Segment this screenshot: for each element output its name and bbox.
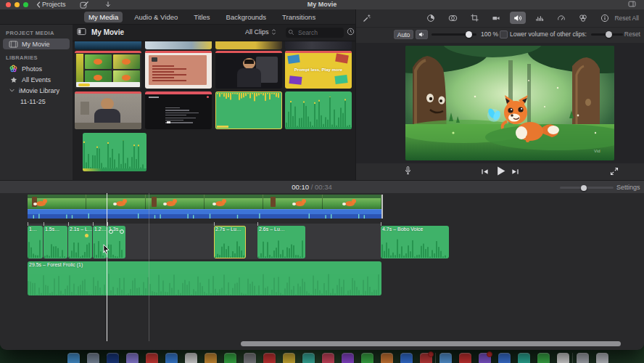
clip-end-handle[interactable]	[381, 195, 383, 219]
volume-icon[interactable]	[510, 12, 526, 24]
timeline-zoom-thumb[interactable]	[581, 185, 587, 191]
info-icon[interactable]	[597, 12, 613, 24]
enhance-wand-icon[interactable]	[359, 12, 375, 24]
volume-slider[interactable]	[432, 33, 476, 36]
lower-volume-checkbox[interactable]	[500, 30, 508, 38]
search-field[interactable]	[286, 28, 344, 38]
color-wheel-icon[interactable]	[423, 12, 439, 24]
sidebar-item-event-date[interactable]: 11-11-25	[3, 96, 70, 107]
media-thumb-partial[interactable]	[145, 41, 212, 49]
video-clip-filmstrip[interactable]	[28, 195, 381, 209]
sidebar-item-imovie-library[interactable]: iMovie Library	[3, 85, 70, 96]
audio-clip[interactable]: 1…	[28, 226, 43, 258]
audio-clip[interactable]: 2.6s – Lu…	[257, 226, 305, 258]
tab-titles[interactable]: Titles	[189, 12, 214, 23]
media-thumb-slide-yellow[interactable]: Prompt less, Play more	[285, 51, 352, 89]
dock-app-icon[interactable]	[263, 353, 276, 363]
timeline-settings-button[interactable]: Settings	[616, 184, 640, 191]
dock-app-icon[interactable]	[518, 353, 530, 363]
dock-app-icon[interactable]	[185, 353, 197, 363]
audio-clip[interactable]: 2.1s – L…	[68, 226, 92, 258]
media-thumb-audio-wave[interactable]	[285, 91, 352, 129]
search-input[interactable]	[297, 28, 344, 38]
video-preview[interactable]	[405, 46, 614, 160]
fullscreen-icon[interactable]	[610, 167, 619, 176]
fade-handle[interactable]	[109, 229, 113, 234]
timeline-zoom-slider[interactable]	[560, 187, 614, 189]
dock-app-icon[interactable]	[87, 353, 99, 363]
stabilization-icon[interactable]	[488, 12, 504, 24]
media-thumb-audio-selected[interactable]	[215, 91, 282, 129]
dock-app-icon[interactable]	[302, 353, 315, 363]
audio-clip[interactable]: 2.7s – Lu…	[214, 226, 246, 258]
lower-volume-slider[interactable]	[591, 33, 623, 36]
media-thumb-video-man-dark[interactable]	[215, 51, 282, 89]
media-thumb-doc-salmon[interactable]	[145, 51, 212, 89]
dock-app-icon[interactable]	[381, 353, 393, 363]
dock-app-icon[interactable]	[322, 353, 334, 363]
recent-imports-icon[interactable]	[347, 28, 355, 36]
tab-my-media[interactable]: My Media	[84, 12, 123, 23]
playhead[interactable]	[107, 193, 107, 341]
background-music-clip[interactable]: 29.5s – Forest Frolic (1)	[28, 261, 381, 295]
dock-app-icon[interactable]	[165, 353, 178, 363]
tab-transitions[interactable]: Transitions	[278, 12, 320, 23]
previous-frame-button[interactable]	[481, 168, 489, 176]
dock-app-icon[interactable]	[439, 353, 452, 363]
tab-backgrounds[interactable]: Backgrounds	[222, 12, 271, 23]
media-thumb-partial[interactable]	[285, 41, 352, 49]
dock-app-icon[interactable]	[596, 353, 608, 363]
dock-app-icon[interactable]	[361, 353, 373, 363]
dock-app-icon[interactable]	[205, 353, 217, 363]
crop-icon[interactable]	[466, 12, 482, 24]
speed-icon[interactable]	[553, 12, 569, 24]
effects-icon[interactable]	[575, 12, 591, 24]
dock-app-icon[interactable]	[400, 353, 413, 363]
auto-volume-button[interactable]: Auto	[394, 30, 413, 39]
audio-clip[interactable]: 4.7s – Bobo Voice	[381, 226, 449, 258]
sidebar-toggle-icon[interactable]	[77, 28, 86, 36]
media-thumb-video-man-desk[interactable]	[75, 91, 141, 129]
media-thumb-audio-wave-wide[interactable]	[83, 133, 146, 171]
sidebar-item-photos[interactable]: Photos	[3, 63, 70, 74]
media-thumb-terminal-dark[interactable]	[145, 91, 212, 129]
dock-app-icon[interactable]	[283, 353, 295, 363]
dock-app-icon[interactable]	[459, 353, 471, 363]
next-frame-button[interactable]	[511, 168, 519, 176]
dock-app-icon[interactable]	[420, 353, 432, 363]
titlebar-panel-icon[interactable]	[628, 1, 636, 7]
dock-app-icon[interactable]	[342, 353, 354, 363]
media-thumb-fox-collage[interactable]	[75, 51, 141, 89]
media-thumb-partial[interactable]	[215, 41, 282, 49]
play-button[interactable]	[495, 166, 506, 176]
dock-app-icon[interactable]	[557, 353, 569, 363]
sidebar-item-all-events[interactable]: All Events	[3, 74, 70, 85]
color-balance-icon[interactable]	[445, 12, 461, 24]
dock-app-icon[interactable]	[126, 353, 139, 363]
record-voiceover-mic-icon[interactable]	[404, 166, 412, 176]
reset-button[interactable]: Reset	[624, 30, 640, 38]
mute-speaker-button[interactable]	[416, 30, 428, 39]
sidebar-item-my-movie[interactable]: My Movie	[3, 38, 70, 49]
video-clip-audio-track[interactable]	[28, 209, 381, 219]
audio-clip[interactable]: 1.5s…	[44, 226, 67, 258]
volume-slider-thumb[interactable]	[466, 31, 472, 38]
noise-reduction-icon[interactable]	[532, 12, 548, 24]
tab-audio-video[interactable]: Audio & Video	[130, 12, 182, 23]
reset-all-button[interactable]: Reset All	[614, 15, 639, 22]
dock-app-icon[interactable]	[498, 353, 511, 363]
media-thumb-partial[interactable]	[75, 41, 141, 49]
dock-app-icon[interactable]	[146, 353, 158, 363]
dock-app-icon[interactable]	[224, 353, 236, 363]
clip-filter-popup[interactable]: All Clips	[245, 28, 276, 36]
dock-app-icon[interactable]	[107, 353, 119, 363]
timeline-scrollbar-thumb[interactable]	[241, 341, 621, 346]
dock-app-icon[interactable]	[537, 353, 550, 363]
dock-app-icon[interactable]	[479, 353, 491, 363]
dock-app-icon[interactable]	[577, 353, 589, 363]
dock-app-icon[interactable]	[67, 353, 80, 363]
fade-handle[interactable]	[120, 229, 124, 234]
dock-app-icon[interactable]	[244, 353, 256, 363]
fade-handle-yellow[interactable]	[85, 234, 88, 237]
lower-volume-slider-thumb[interactable]	[606, 31, 612, 38]
